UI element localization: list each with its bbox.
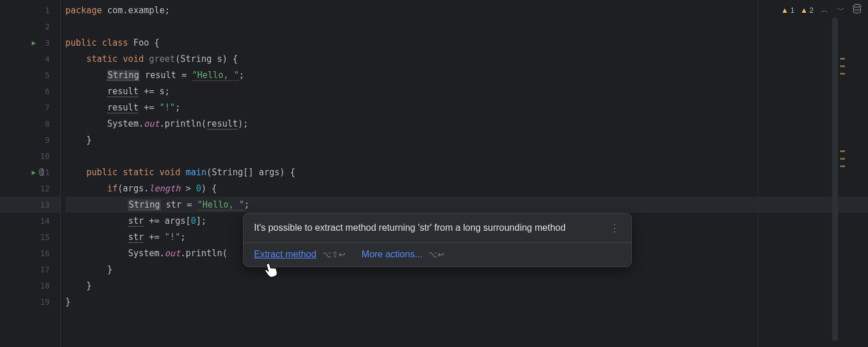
code-line[interactable]: static void greet(String s) { [65,51,868,67]
line-number: 19 [38,297,50,307]
margin-line [757,0,758,347]
gutter-line[interactable]: 17 [0,261,60,278]
warning-count: 2 [810,6,814,14]
gutter-line[interactable]: 💡 13 [0,197,60,213]
tooltip-actions: Extract method ⌥⇧↩ More actions... ⌥↩ [244,243,631,267]
code-line[interactable]: String result = "Hello, "; [65,67,868,83]
code-line[interactable]: public class Foo { [65,35,868,51]
gutter-line[interactable]: 16 [0,245,60,261]
shortcut-hint: ⌥⇧↩ [322,250,345,259]
line-number: 2 [38,22,50,31]
gutter-line[interactable]: 4 [0,51,60,67]
code-line[interactable]: } [65,294,868,310]
gutter-line[interactable]: 9 [0,132,60,148]
tooltip-message: It's possible to extract method returnin… [254,223,565,233]
line-number: 7 [38,103,50,112]
warning-icon: ▲ [781,6,789,14]
scrollbar[interactable] [832,17,838,341]
next-problem-icon[interactable]: ﹀ [836,4,846,17]
gutter-line[interactable]: 6 [0,83,60,99]
warning-badge[interactable]: ▲ 1 [781,6,795,14]
gutter-line[interactable]: ▶ 3 [0,35,60,51]
gutter-line[interactable]: 8 [0,116,60,132]
line-number: 18 [38,281,50,290]
warning-mark[interactable] [840,73,845,75]
at-icon[interactable]: @ [39,167,44,177]
gutter-line[interactable]: 2 [0,19,60,35]
code-area[interactable]: package com.example; public class Foo { … [61,0,868,347]
code-line[interactable]: public static void main(String[] args) { [65,164,868,180]
gutter-line[interactable]: 15 [0,229,60,245]
more-actions-link[interactable]: More actions... [362,249,422,259]
extract-method-link[interactable]: Extract method [254,249,317,259]
problems-widget: ▲ 1 ▲ 2 ︿ ﹀ [781,3,862,17]
line-number: 13 [38,200,50,209]
line-number: 14 [38,216,50,226]
code-line[interactable]: package com.example; [65,2,868,19]
gutter-line[interactable]: 19 [0,294,60,310]
gutter-line[interactable]: 14 [0,213,60,229]
line-number: 6 [38,87,50,96]
warning-mark[interactable] [840,150,845,152]
run-icon[interactable]: ▶ [32,168,36,176]
code-line[interactable] [65,148,868,164]
editor: 1 2 ▶ 3 4 5 6 7 8 9 10 ▶ @ 11 12 💡 13 14… [0,0,868,347]
more-icon[interactable]: ⋮ [609,222,621,234]
warning-count: 1 [790,6,795,14]
code-line[interactable]: } [65,132,868,148]
line-number: 5 [38,71,50,80]
line-number: 9 [38,135,50,145]
gutter-line[interactable]: 5 [0,67,60,83]
svg-point-0 [854,5,860,8]
shortcut-hint: ⌥↩ [428,250,444,259]
line-number: 3 [38,38,50,47]
line-number: 8 [38,119,50,128]
intention-tooltip: It's possible to extract method returnin… [243,213,632,267]
warning-mark[interactable] [840,165,845,167]
line-number: 4 [38,54,50,64]
gutter-line[interactable]: 10 [0,148,60,164]
code-line[interactable]: System.out.println(result); [65,116,868,132]
gutter-line[interactable]: 12 [0,180,60,197]
gutter-line[interactable]: 7 [0,99,60,116]
code-line-current[interactable]: String str = "Hello, "; [65,197,868,213]
warning-badge[interactable]: ▲ 2 [800,6,814,14]
warning-icon: ▲ [800,6,808,14]
gutter-line[interactable]: 18 [0,278,60,294]
gutter: 1 2 ▶ 3 4 5 6 7 8 9 10 ▶ @ 11 12 💡 13 14… [0,0,61,347]
line-number: 16 [38,249,50,258]
line-number: 15 [38,232,50,242]
run-icon[interactable]: ▶ [32,39,36,47]
code-line[interactable] [65,19,868,35]
line-number: 10 [38,152,50,161]
line-number: 1 [38,6,50,15]
code-line[interactable]: result += "!"; [65,99,868,116]
code-line[interactable]: if(args.length > 0) { [65,180,868,197]
warning-mark[interactable] [840,65,845,67]
line-number: 12 [38,184,50,193]
warning-mark[interactable] [840,158,845,160]
code-line[interactable]: result += s; [65,83,868,99]
warning-mark[interactable] [840,58,845,60]
prev-problem-icon[interactable]: ︿ [819,4,830,17]
line-number: 17 [38,265,50,274]
gutter-line[interactable]: ▶ @ 11 [0,164,60,180]
code-line[interactable]: } [65,278,868,294]
tooltip-header: It's possible to extract method returnin… [244,213,631,242]
gutter-line[interactable]: 1 [0,2,60,19]
database-icon[interactable] [852,3,862,17]
